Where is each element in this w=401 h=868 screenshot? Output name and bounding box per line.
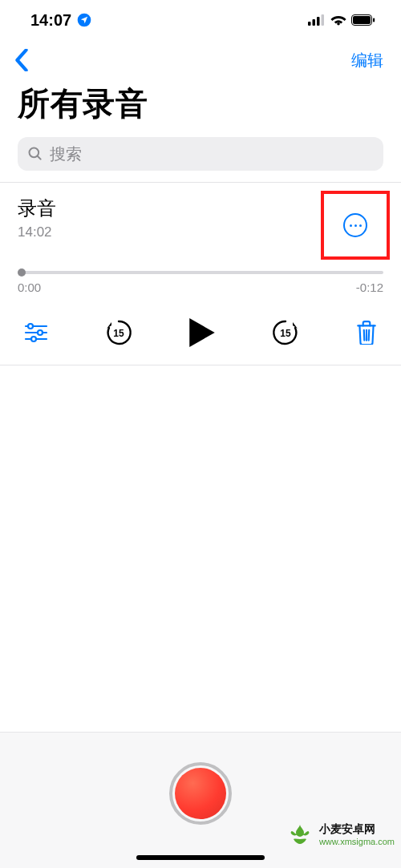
record-icon	[175, 768, 226, 819]
watermark-logo-icon	[286, 820, 314, 849]
search-placeholder: 搜索	[50, 143, 82, 165]
trash-icon	[356, 321, 377, 345]
chevron-left-icon	[14, 49, 29, 71]
elapsed-time: 0:00	[18, 281, 41, 294]
scrubber[interactable]: 0:00 -0:12	[0, 260, 401, 294]
svg-rect-6	[353, 16, 371, 24]
svg-line-23	[369, 330, 370, 341]
status-bar: 14:07	[0, 0, 401, 40]
svg-text:15: 15	[280, 328, 291, 339]
svg-point-13	[38, 330, 43, 335]
recording-title: 录音	[18, 196, 56, 221]
watermark-url: www.xmsigma.com	[319, 837, 395, 846]
play-button[interactable]	[189, 318, 215, 347]
svg-rect-4	[322, 14, 325, 26]
home-indicator[interactable]	[136, 855, 265, 860]
more-button[interactable]	[343, 213, 367, 237]
sliders-icon	[24, 322, 48, 343]
cellular-icon	[308, 14, 326, 26]
options-button[interactable]	[24, 322, 48, 343]
skip-forward-button[interactable]: 15	[271, 318, 300, 347]
location-icon	[76, 12, 92, 28]
status-right	[308, 14, 375, 26]
search-container: 搜索	[0, 137, 401, 182]
search-input[interactable]: 搜索	[18, 137, 383, 171]
svg-line-21	[364, 330, 365, 341]
battery-icon	[351, 14, 375, 26]
scrubber-thumb[interactable]	[18, 268, 26, 277]
svg-point-15	[31, 337, 36, 341]
svg-rect-2	[313, 19, 316, 26]
record-button[interactable]	[169, 762, 232, 825]
svg-text:15: 15	[113, 328, 124, 339]
player-controls: 15 15	[0, 294, 401, 350]
ellipsis-icon	[350, 224, 362, 227]
skip-back-icon: 15	[104, 318, 133, 347]
highlight-box	[321, 191, 390, 260]
search-icon	[27, 146, 43, 162]
svg-point-11	[28, 324, 33, 329]
play-icon	[189, 318, 215, 347]
svg-rect-3	[317, 17, 320, 26]
watermark-name: 小麦安卓网	[319, 822, 395, 837]
recording-item: 录音 14:02 0:00 -0:12	[0, 182, 401, 365]
wifi-icon	[330, 14, 346, 26]
svg-rect-1	[308, 22, 311, 26]
svg-marker-18	[189, 318, 215, 347]
recording-meta: 录音 14:02	[18, 196, 56, 240]
remaining-time: -0:12	[356, 281, 383, 294]
nav-bar: 编辑	[0, 40, 401, 77]
skip-back-button[interactable]: 15	[104, 318, 133, 347]
svg-line-9	[38, 156, 41, 159]
status-left: 14:07	[30, 11, 92, 30]
watermark: 小麦安卓网 www.xmsigma.com	[286, 820, 395, 849]
page-title: 所有录音	[0, 77, 401, 137]
svg-rect-7	[373, 18, 375, 22]
scrubber-track	[18, 271, 383, 274]
scrubber-times: 0:00 -0:12	[18, 281, 383, 294]
edit-button[interactable]: 编辑	[351, 50, 383, 71]
delete-button[interactable]	[356, 321, 377, 345]
back-button[interactable]	[14, 49, 29, 71]
status-time: 14:07	[30, 11, 71, 30]
recording-time: 14:02	[18, 224, 56, 240]
skip-forward-icon: 15	[271, 318, 300, 347]
